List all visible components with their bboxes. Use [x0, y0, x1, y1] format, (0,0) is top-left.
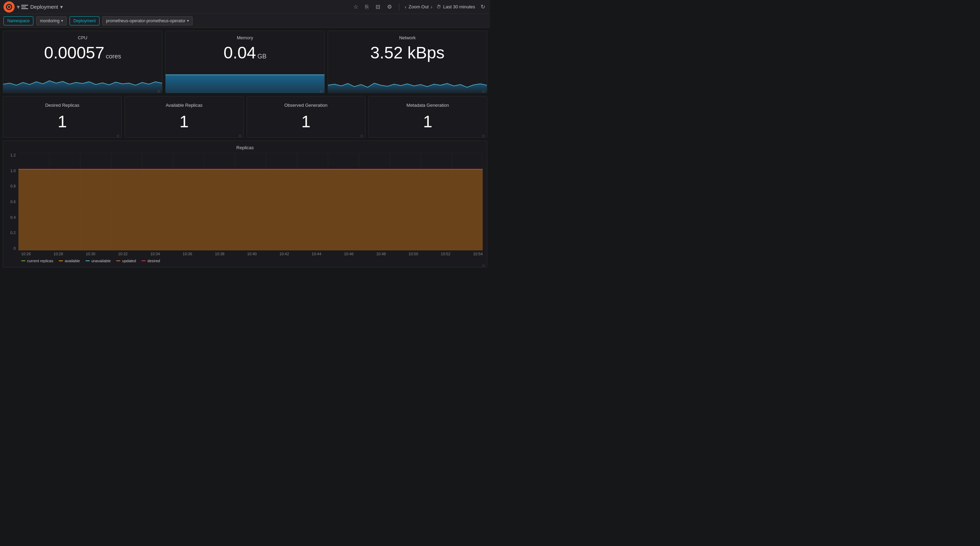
legend-available-label: available — [65, 259, 80, 263]
nav-deployment-label: Deployment — [30, 4, 58, 10]
filter-monitoring[interactable]: monitoring ▾ — [36, 16, 67, 25]
network-sparkline — [328, 72, 487, 93]
filter-bar: Namespace monitoring ▾ Deployment promet… — [0, 14, 490, 28]
observed-generation-panel: Observed Generation 1 — [247, 96, 366, 138]
observed-generation-title: Observed Generation — [284, 103, 327, 108]
x-label-10-44: 10:44 — [312, 252, 321, 256]
network-panel-resize[interactable] — [482, 88, 485, 91]
time-range-area[interactable]: ⏱ Last 30 minutes — [436, 4, 475, 10]
menu-caret[interactable]: ▾ — [17, 3, 20, 11]
legend-desired-dot — [142, 261, 146, 261]
desired-replicas-value: 1 — [58, 112, 67, 131]
memory-value: 0.04 — [224, 43, 256, 62]
zoom-out-label[interactable]: Zoom Out — [409, 4, 429, 10]
filter-namespace[interactable]: Namespace — [3, 16, 33, 25]
legend-updated: updated — [116, 259, 136, 263]
x-axis: 10:26 10:28 10:30 10:32 10:34 10:36 10:3… — [21, 252, 483, 256]
x-label-10-30: 10:30 — [86, 252, 95, 256]
memory-panel-resize[interactable] — [320, 88, 323, 91]
replicas-panel-resize[interactable] — [482, 262, 485, 266]
x-label-10-42: 10:42 — [280, 252, 290, 256]
legend-current-replicas: current replicas — [21, 259, 53, 263]
memory-sparkline — [165, 72, 325, 93]
save-button[interactable]: ⊟ — [374, 2, 382, 11]
cpu-panel: CPU 0.00057 cores — [3, 30, 162, 93]
refresh-button[interactable]: ↻ — [479, 2, 487, 11]
available-replicas-resize[interactable] — [239, 132, 242, 136]
metadata-generation-resize[interactable] — [482, 132, 485, 136]
zoom-area: ‹ Zoom Out › — [405, 4, 432, 10]
top-nav: ▾ Deployment ▾ ☆ ⎘ ⊟ ⚙ ‹ Zoom Out › ⏱ La… — [0, 0, 490, 14]
svg-marker-1 — [165, 75, 325, 93]
cpu-sparkline — [3, 72, 162, 93]
metrics-row: CPU 0.00057 cores — [3, 30, 487, 93]
zoom-out-right-arrow[interactable]: › — [431, 4, 433, 10]
cpu-value: 0.00057 — [44, 43, 105, 62]
y-label-0.6: 0.6 — [7, 200, 16, 204]
x-label-10-28: 10:28 — [54, 252, 63, 256]
observed-generation-value: 1 — [301, 112, 310, 131]
metadata-generation-title: Metadata Generation — [407, 103, 449, 108]
available-replicas-panel: Available Replicas 1 — [124, 96, 243, 138]
desired-replicas-panel: Desired Replicas 1 — [3, 96, 122, 138]
star-button[interactable]: ☆ — [352, 2, 360, 11]
memory-unit: GB — [257, 53, 266, 60]
legend-available: available — [59, 259, 80, 263]
replicas-legend: current replicas available unavailable u… — [7, 259, 483, 263]
legend-desired: desired — [142, 259, 160, 263]
memory-title: Memory — [237, 35, 253, 40]
y-label-0.4: 0.4 — [7, 215, 16, 220]
legend-unavailable-dot — [86, 261, 90, 261]
desired-replicas-resize[interactable] — [116, 132, 120, 136]
legend-updated-dot — [116, 261, 120, 261]
observed-generation-resize[interactable] — [360, 132, 364, 136]
y-axis: 1.2 1.0 0.8 0.6 0.4 0.2 0 — [7, 153, 18, 250]
settings-button[interactable]: ⚙ — [386, 2, 393, 11]
nav-deployment-caret[interactable]: ▾ — [60, 4, 63, 10]
nav-title-area: Deployment ▾ — [21, 4, 63, 10]
stats-row: Desired Replicas 1 Available Replicas 1 … — [3, 96, 487, 138]
y-label-1.2: 1.2 — [7, 153, 16, 157]
legend-updated-label: updated — [122, 259, 136, 263]
x-label-10-36: 10:36 — [183, 252, 192, 256]
network-value: 3.52 kBps — [371, 43, 444, 62]
cpu-unit: cores — [106, 53, 121, 60]
nav-right-controls: ☆ ⎘ ⊟ ⚙ ‹ Zoom Out › ⏱ Last 30 minutes ↻ — [352, 2, 487, 11]
time-range-icon: ⏱ — [436, 4, 441, 10]
share-button[interactable]: ⎘ — [364, 2, 370, 11]
network-title: Network — [399, 35, 416, 40]
filter-deployment[interactable]: Deployment — [70, 16, 99, 25]
x-label-10-34: 10:34 — [150, 252, 160, 256]
cpu-panel-resize[interactable] — [157, 88, 161, 91]
nav-deployment-section: Deployment ▾ — [21, 4, 63, 10]
y-label-0: 0 — [7, 246, 16, 250]
available-replicas-title: Available Replicas — [165, 103, 202, 108]
x-label-10-52: 10:52 — [441, 252, 451, 256]
zoom-out-left-arrow[interactable]: ‹ — [405, 4, 407, 10]
replicas-chart-title: Replicas — [7, 145, 483, 150]
grafana-logo-button[interactable] — [3, 2, 14, 13]
memory-value-area: 0.04 GB — [224, 43, 266, 62]
legend-desired-label: desired — [148, 259, 160, 263]
y-label-0.2: 0.2 — [7, 231, 16, 235]
filter-deployment-value[interactable]: prometheus-operator-prometheus-operator … — [102, 16, 192, 25]
cpu-title: CPU — [78, 35, 87, 40]
y-label-0.8: 0.8 — [7, 184, 16, 188]
x-label-10-54: 10:54 — [473, 252, 483, 256]
x-label-10-26: 10:26 — [21, 252, 31, 256]
filter-namespace-label: Namespace — [7, 18, 30, 23]
y-label-1.0: 1.0 — [7, 169, 16, 173]
legend-unavailable-label: unavailable — [91, 259, 111, 263]
filter-deployment-value-caret: ▾ — [187, 19, 189, 22]
x-label-10-48: 10:48 — [376, 252, 386, 256]
svg-marker-2 — [328, 83, 487, 93]
network-value-area: 3.52 kBps — [371, 43, 444, 62]
deployment-icon — [21, 4, 28, 10]
replicas-chart-area: 1.2 1.0 0.8 0.6 0.4 0.2 0 — [7, 153, 483, 250]
x-label-10-38: 10:38 — [215, 252, 225, 256]
replicas-panel: Replicas 1.2 1.0 0.8 0.6 0.4 0.2 0 — [3, 140, 487, 267]
network-panel: Network 3.52 kBps — [328, 30, 487, 93]
x-label-10-40: 10:40 — [247, 252, 257, 256]
replicas-chart-svg-area — [18, 153, 483, 250]
cpu-value-area: 0.00057 cores — [44, 43, 121, 62]
